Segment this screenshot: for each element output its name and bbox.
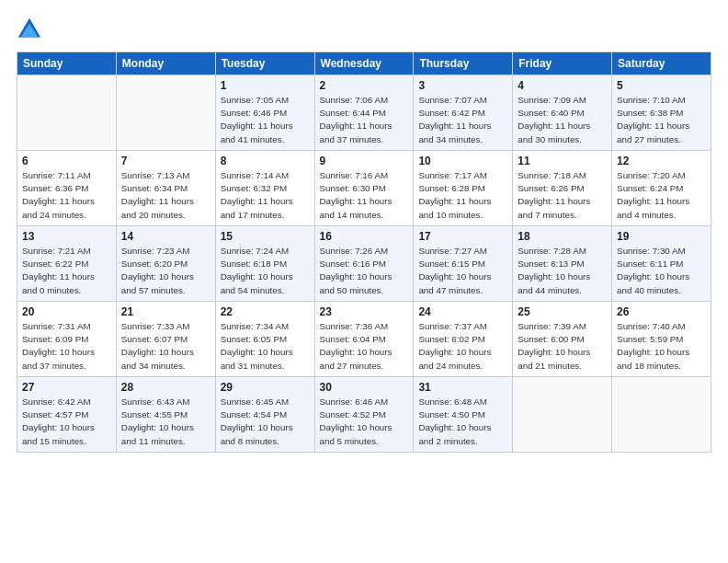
weekday-header: Saturday bbox=[612, 52, 711, 75]
calendar-day-cell: 29Sunrise: 6:45 AMSunset: 4:54 PMDayligh… bbox=[215, 377, 314, 453]
weekday-header: Monday bbox=[116, 52, 215, 75]
calendar-day-cell: 26Sunrise: 7:40 AMSunset: 5:59 PMDayligh… bbox=[612, 302, 711, 377]
day-info: Sunrise: 7:28 AMSunset: 6:13 PMDaylight:… bbox=[518, 245, 607, 297]
day-number: 24 bbox=[418, 305, 507, 318]
day-number: 6 bbox=[22, 155, 111, 167]
calendar-day-cell: 8Sunrise: 7:14 AMSunset: 6:32 PMDaylight… bbox=[215, 151, 314, 226]
weekday-header: Thursday bbox=[414, 52, 513, 75]
day-number: 11 bbox=[518, 155, 607, 167]
day-number: 18 bbox=[518, 230, 607, 243]
calendar-empty-cell bbox=[513, 377, 612, 453]
day-info: Sunrise: 7:24 AMSunset: 6:18 PMDaylight:… bbox=[221, 245, 310, 297]
page: SundayMondayTuesdayWednesdayThursdayFrid… bbox=[0, 0, 728, 563]
day-number: 16 bbox=[320, 230, 409, 243]
day-number: 3 bbox=[418, 79, 507, 92]
day-number: 1 bbox=[221, 79, 310, 92]
calendar-day-cell: 20Sunrise: 7:31 AMSunset: 6:09 PMDayligh… bbox=[17, 302, 117, 377]
day-info: Sunrise: 7:11 AMSunset: 6:36 PMDaylight:… bbox=[22, 169, 111, 222]
logo-icon bbox=[17, 17, 42, 42]
day-info: Sunrise: 7:40 AMSunset: 5:59 PMDaylight:… bbox=[617, 320, 706, 373]
day-info: Sunrise: 6:48 AMSunset: 4:50 PMDaylight:… bbox=[418, 396, 507, 448]
day-info: Sunrise: 6:46 AMSunset: 4:52 PMDaylight:… bbox=[320, 396, 409, 448]
day-number: 20 bbox=[22, 305, 111, 318]
logo bbox=[17, 17, 46, 42]
day-info: Sunrise: 7:37 AMSunset: 6:02 PMDaylight:… bbox=[418, 320, 507, 373]
day-number: 9 bbox=[320, 155, 409, 167]
day-info: Sunrise: 7:13 AMSunset: 6:34 PMDaylight:… bbox=[121, 169, 210, 222]
calendar-day-cell: 28Sunrise: 6:43 AMSunset: 4:55 PMDayligh… bbox=[116, 377, 215, 453]
day-info: Sunrise: 7:31 AMSunset: 6:09 PMDaylight:… bbox=[22, 320, 111, 373]
day-info: Sunrise: 7:17 AMSunset: 6:28 PMDaylight:… bbox=[418, 169, 507, 222]
day-info: Sunrise: 7:36 AMSunset: 6:04 PMDaylight:… bbox=[320, 320, 409, 373]
calendar-day-cell: 23Sunrise: 7:36 AMSunset: 6:04 PMDayligh… bbox=[314, 302, 414, 377]
day-info: Sunrise: 7:34 AMSunset: 6:05 PMDaylight:… bbox=[221, 320, 310, 373]
day-number: 13 bbox=[22, 230, 111, 243]
calendar-day-cell: 12Sunrise: 7:20 AMSunset: 6:24 PMDayligh… bbox=[612, 151, 711, 226]
day-number: 15 bbox=[221, 230, 310, 243]
calendar-table: SundayMondayTuesdayWednesdayThursdayFrid… bbox=[17, 52, 711, 453]
calendar-day-cell: 4Sunrise: 7:09 AMSunset: 6:40 PMDaylight… bbox=[513, 75, 612, 151]
day-info: Sunrise: 7:20 AMSunset: 6:24 PMDaylight:… bbox=[617, 169, 706, 222]
day-number: 4 bbox=[518, 79, 607, 92]
calendar-day-cell: 30Sunrise: 6:46 AMSunset: 4:52 PMDayligh… bbox=[314, 377, 414, 453]
calendar-day-cell: 18Sunrise: 7:28 AMSunset: 6:13 PMDayligh… bbox=[513, 226, 612, 302]
day-info: Sunrise: 7:21 AMSunset: 6:22 PMDaylight:… bbox=[22, 245, 111, 297]
calendar-day-cell: 7Sunrise: 7:13 AMSunset: 6:34 PMDaylight… bbox=[116, 151, 215, 226]
day-number: 23 bbox=[320, 305, 409, 318]
calendar-day-cell: 17Sunrise: 7:27 AMSunset: 6:15 PMDayligh… bbox=[414, 226, 513, 302]
day-info: Sunrise: 7:06 AMSunset: 6:44 PMDaylight:… bbox=[320, 94, 409, 146]
day-info: Sunrise: 6:43 AMSunset: 4:55 PMDaylight:… bbox=[121, 396, 210, 448]
calendar-day-cell: 1Sunrise: 7:05 AMSunset: 6:46 PMDaylight… bbox=[215, 75, 314, 151]
weekday-header: Tuesday bbox=[215, 52, 314, 75]
calendar-day-cell: 31Sunrise: 6:48 AMSunset: 4:50 PMDayligh… bbox=[414, 377, 513, 453]
day-info: Sunrise: 7:27 AMSunset: 6:15 PMDaylight:… bbox=[418, 245, 507, 297]
day-number: 5 bbox=[617, 79, 706, 92]
day-info: Sunrise: 7:05 AMSunset: 6:46 PMDaylight:… bbox=[221, 94, 310, 146]
calendar-empty-cell bbox=[17, 75, 117, 151]
day-info: Sunrise: 6:45 AMSunset: 4:54 PMDaylight:… bbox=[221, 396, 310, 448]
day-info: Sunrise: 7:33 AMSunset: 6:07 PMDaylight:… bbox=[121, 320, 210, 373]
day-number: 21 bbox=[121, 305, 210, 318]
day-number: 12 bbox=[617, 155, 706, 167]
day-info: Sunrise: 7:26 AMSunset: 6:16 PMDaylight:… bbox=[320, 245, 409, 297]
calendar-day-cell: 9Sunrise: 7:16 AMSunset: 6:30 PMDaylight… bbox=[314, 151, 414, 226]
calendar-day-cell: 2Sunrise: 7:06 AMSunset: 6:44 PMDaylight… bbox=[314, 75, 414, 151]
day-number: 22 bbox=[221, 305, 310, 318]
calendar-day-cell: 15Sunrise: 7:24 AMSunset: 6:18 PMDayligh… bbox=[215, 226, 314, 302]
weekday-header: Friday bbox=[513, 52, 612, 75]
calendar-day-cell: 25Sunrise: 7:39 AMSunset: 6:00 PMDayligh… bbox=[513, 302, 612, 377]
day-number: 17 bbox=[418, 230, 507, 243]
day-info: Sunrise: 7:30 AMSunset: 6:11 PMDaylight:… bbox=[617, 245, 706, 297]
calendar-day-cell: 3Sunrise: 7:07 AMSunset: 6:42 PMDaylight… bbox=[414, 75, 513, 151]
day-number: 19 bbox=[617, 230, 706, 243]
day-number: 10 bbox=[418, 155, 507, 167]
day-number: 8 bbox=[221, 155, 310, 167]
calendar-day-cell: 16Sunrise: 7:26 AMSunset: 6:16 PMDayligh… bbox=[314, 226, 414, 302]
calendar-day-cell: 6Sunrise: 7:11 AMSunset: 6:36 PMDaylight… bbox=[17, 151, 117, 226]
day-number: 25 bbox=[518, 305, 607, 318]
day-number: 7 bbox=[121, 155, 210, 167]
calendar-day-cell: 13Sunrise: 7:21 AMSunset: 6:22 PMDayligh… bbox=[17, 226, 117, 302]
calendar-empty-cell bbox=[116, 75, 215, 151]
day-info: Sunrise: 7:09 AMSunset: 6:40 PMDaylight:… bbox=[518, 94, 607, 146]
day-number: 28 bbox=[121, 381, 210, 394]
day-number: 31 bbox=[418, 381, 507, 394]
day-number: 30 bbox=[320, 381, 409, 394]
day-info: Sunrise: 7:23 AMSunset: 6:20 PMDaylight:… bbox=[121, 245, 210, 297]
calendar-empty-cell bbox=[612, 377, 711, 453]
calendar-day-cell: 5Sunrise: 7:10 AMSunset: 6:38 PMDaylight… bbox=[612, 75, 711, 151]
day-number: 29 bbox=[221, 381, 310, 394]
calendar-day-cell: 27Sunrise: 6:42 AMSunset: 4:57 PMDayligh… bbox=[17, 377, 117, 453]
calendar-day-cell: 14Sunrise: 7:23 AMSunset: 6:20 PMDayligh… bbox=[116, 226, 215, 302]
header bbox=[17, 17, 711, 42]
day-info: Sunrise: 7:10 AMSunset: 6:38 PMDaylight:… bbox=[617, 94, 706, 146]
day-info: Sunrise: 7:18 AMSunset: 6:26 PMDaylight:… bbox=[518, 169, 607, 222]
day-number: 14 bbox=[121, 230, 210, 243]
day-info: Sunrise: 7:16 AMSunset: 6:30 PMDaylight:… bbox=[320, 169, 409, 222]
day-number: 26 bbox=[617, 305, 706, 318]
calendar-day-cell: 24Sunrise: 7:37 AMSunset: 6:02 PMDayligh… bbox=[414, 302, 513, 377]
day-info: Sunrise: 7:07 AMSunset: 6:42 PMDaylight:… bbox=[418, 94, 507, 146]
day-info: Sunrise: 7:14 AMSunset: 6:32 PMDaylight:… bbox=[221, 169, 310, 222]
day-info: Sunrise: 7:39 AMSunset: 6:00 PMDaylight:… bbox=[518, 320, 607, 373]
calendar-day-cell: 22Sunrise: 7:34 AMSunset: 6:05 PMDayligh… bbox=[215, 302, 314, 377]
